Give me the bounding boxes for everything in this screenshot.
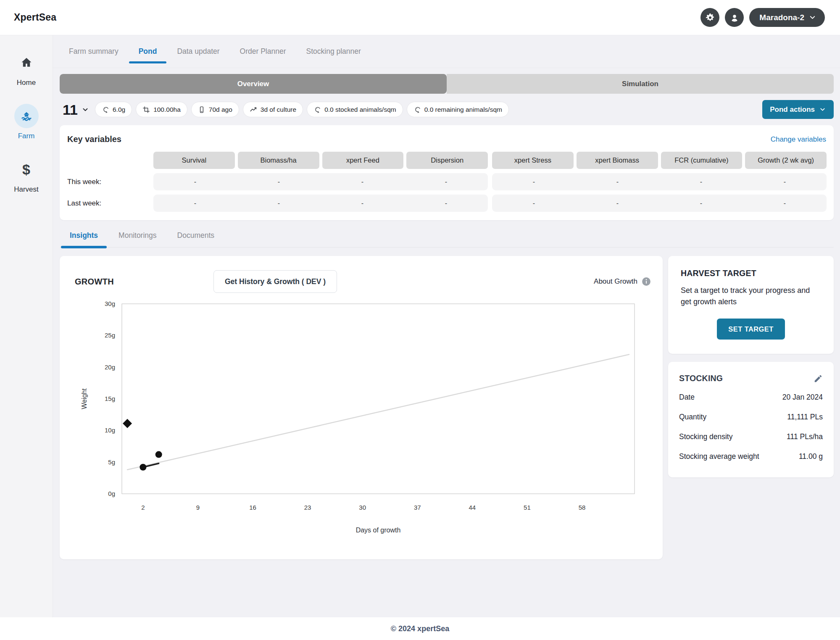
top-bar: XpertSea Maradona-2 <box>0 0 840 35</box>
growth-chart: 0g5g10g15g20g25g30g2916233037445158Days … <box>75 300 640 548</box>
tab-stocking-planner[interactable]: Stocking planner <box>306 35 361 68</box>
pond-actions-button[interactable]: Pond actions <box>762 100 834 119</box>
growth-card-header: GROWTH Get History & Growth ( DEV ) Abou… <box>75 270 651 293</box>
svg-text:20g: 20g <box>105 363 115 371</box>
svg-text:5g: 5g <box>108 458 115 466</box>
pond-id: 11 <box>63 103 78 117</box>
stocking-title: STOCKING <box>679 374 723 383</box>
edit-pencil-icon[interactable] <box>814 374 823 383</box>
kv-value: - <box>743 195 827 212</box>
stocking-row-density: Stocking density 111 PLs/ha <box>679 427 823 447</box>
dollar-icon: $ <box>22 162 30 176</box>
chevron-down-icon <box>82 106 89 113</box>
badge-last-monitoring: 70d ago <box>191 102 239 117</box>
stocking-row-label: Stocking density <box>679 432 732 441</box>
harvest-target-title: HARVEST TARGET <box>681 269 821 278</box>
kv-column-biomass-ha[interactable]: Biomass/ha <box>238 152 319 169</box>
page-footer: © 2024 xpertSea <box>0 617 840 640</box>
insight-tabs: Insights Monitorings Documents <box>60 231 834 248</box>
kv-value: - <box>153 173 237 190</box>
shrimp-icon <box>102 106 109 113</box>
home-icon-wrap <box>14 50 39 75</box>
growth-title: GROWTH <box>75 277 213 287</box>
about-growth: About Growth <box>594 277 651 286</box>
svg-text:0g: 0g <box>108 490 115 497</box>
stocking-header: STOCKING <box>679 374 823 383</box>
kv-column-xpert-stress[interactable]: xpert Stress <box>492 152 574 169</box>
stocking-row-quantity: Quantity 11,111 PLs <box>679 407 823 427</box>
sidebar: Home Farm $ Harvest <box>0 35 53 617</box>
account-name: Maradona-2 <box>759 13 804 22</box>
tab-order-planner[interactable]: Order Planner <box>240 35 286 68</box>
tab-monitorings[interactable]: Monitorings <box>118 231 156 247</box>
stocking-row-date: Date 20 Jan 2024 <box>679 387 823 407</box>
kv-column-survival[interactable]: Survival <box>153 152 235 169</box>
tab-documents[interactable]: Documents <box>177 231 215 247</box>
pond-badges: 6.0g 100.00ha 70d ago <box>95 102 756 117</box>
key-variables-card: Key variables Change variables Survival … <box>60 125 834 220</box>
insights-grid: GROWTH Get History & Growth ( DEV ) Abou… <box>60 256 834 559</box>
kv-value: - <box>576 173 659 190</box>
pond-selector[interactable]: 11 <box>60 103 89 117</box>
growth-chart-wrap: 0g5g10g15g20g25g30g2916233037445158Days … <box>75 300 651 548</box>
pond-header-row: 11 6.0g 100.00ha <box>60 100 834 119</box>
badge-label: 100.00ha <box>153 106 181 113</box>
harvest-target-actions: SET TARGET <box>681 319 821 340</box>
kv-row-label-this-week: This week: <box>67 178 149 186</box>
toggle-simulation[interactable]: Simulation <box>447 74 834 94</box>
user-icon <box>729 13 740 23</box>
stocking-row-avg-weight: Stocking average weight 11.00 g <box>679 447 823 466</box>
badge-remaining-density: 0.0 remaining animals/sqm <box>407 102 509 117</box>
badge-label: 70d ago <box>209 106 232 113</box>
tab-farm-summary[interactable]: Farm summary <box>69 35 118 68</box>
kv-column-xpert-biomass[interactable]: xpert Biomass <box>577 152 658 169</box>
sidebar-item-harvest[interactable]: $ Harvest <box>14 157 39 194</box>
chevron-down-icon <box>808 13 816 21</box>
kv-column-xpert-feed[interactable]: xpert Feed <box>322 152 404 169</box>
kv-column-growth[interactable]: Growth (2 wk avg) <box>745 152 827 169</box>
about-growth-label: About Growth <box>594 277 637 286</box>
profile-button[interactable] <box>725 8 744 27</box>
gear-icon <box>705 13 715 23</box>
kv-value: - <box>492 173 576 190</box>
harvest-icon-wrap: $ <box>14 157 38 182</box>
kv-value: - <box>743 173 827 190</box>
badge-area: 100.00ha <box>136 102 187 117</box>
stocking-rows: Date 20 Jan 2024 Quantity 11,111 PLs Sto… <box>679 387 823 466</box>
kv-value: - <box>404 173 488 190</box>
tab-data-updater[interactable]: Data updater <box>177 35 219 68</box>
get-history-growth-button[interactable]: Get History & Growth ( DEV ) <box>213 270 337 293</box>
harvest-target-card: HARVEST TARGET Set a target to track you… <box>668 256 834 354</box>
settings-button[interactable] <box>700 8 719 27</box>
sidebar-item-home[interactable]: Home <box>14 50 39 87</box>
stocking-row-label: Quantity <box>679 413 706 421</box>
content-area: Farm summary Pond Data updater Order Pla… <box>53 35 840 617</box>
info-icon[interactable] <box>642 277 651 286</box>
sidebar-item-farm[interactable]: Farm <box>14 104 39 140</box>
svg-text:58: 58 <box>579 504 586 511</box>
tab-insights[interactable]: Insights <box>70 231 98 247</box>
key-variables-header: Key variables Change variables <box>67 134 827 144</box>
chevron-down-icon <box>819 106 826 113</box>
crop-icon <box>142 106 150 113</box>
tab-pond[interactable]: Pond <box>139 35 157 68</box>
kv-column-fcr[interactable]: FCR (cumulative) <box>661 152 743 169</box>
set-target-button[interactable]: SET TARGET <box>717 319 785 340</box>
stocking-card: STOCKING Date 20 Jan 2024 Quantity <box>668 362 834 477</box>
stocking-row-label: Stocking average weight <box>679 452 759 461</box>
app-logo: XpertSea <box>14 12 56 23</box>
kv-value: - <box>404 195 488 212</box>
kv-values-last-week-2: - - - - <box>492 195 827 212</box>
shrimp-icon <box>413 106 421 113</box>
change-variables-link[interactable]: Change variables <box>771 135 826 144</box>
stocking-row-value: 20 Jan 2024 <box>782 393 823 402</box>
topbar-controls: Maradona-2 <box>700 8 825 27</box>
kv-column-dispersion[interactable]: Dispersion <box>406 152 488 169</box>
badge-label: 0.0 stocked animals/sqm <box>324 106 396 113</box>
badge-days-of-culture: 3d of culture <box>243 102 303 117</box>
key-variables-table: Survival Biomass/ha xpert Feed Dispersio… <box>67 152 827 212</box>
toggle-overview[interactable]: Overview <box>60 74 447 94</box>
pond-actions-label: Pond actions <box>770 105 815 114</box>
account-menu-button[interactable]: Maradona-2 <box>749 8 825 27</box>
kv-value: - <box>659 195 743 212</box>
